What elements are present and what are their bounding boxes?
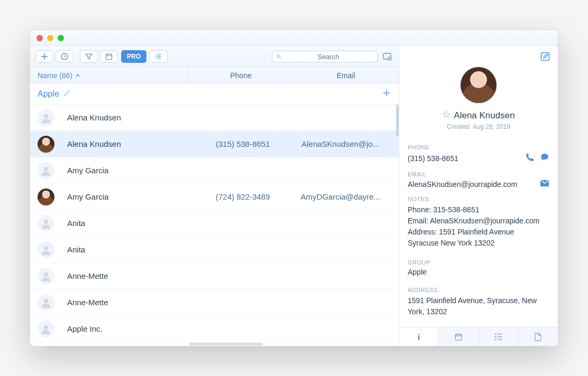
favorite-button[interactable] xyxy=(442,110,451,121)
star-icon xyxy=(442,110,451,119)
contact-name: Anita xyxy=(67,245,196,254)
titlebar xyxy=(30,30,558,46)
detail-avatar xyxy=(460,66,498,104)
svg-rect-1 xyxy=(106,54,112,60)
detail-pane: Alena Knudsen Created Aug 28, 2019 PHONE… xyxy=(399,46,558,346)
contact-email: AmyDGarcia@dayre... xyxy=(290,192,392,201)
detail-email: AlenaSKnudsen@jourrapide.com xyxy=(408,180,540,189)
filter-button[interactable] xyxy=(80,50,98,63)
detail-toolbar xyxy=(399,46,558,66)
contact-phone: (724) 822-3489 xyxy=(196,192,290,201)
svg-point-7 xyxy=(44,167,48,171)
group-title: Apple xyxy=(38,89,59,99)
tab-documents[interactable] xyxy=(519,327,558,346)
svg-point-10 xyxy=(44,272,48,277)
avatar-placeholder xyxy=(38,321,54,337)
detail-address: 1591 Plainfield Avenue, Syracuse, New Yo… xyxy=(408,295,549,317)
svg-point-12 xyxy=(44,325,48,330)
svg-point-6 xyxy=(44,114,48,118)
contact-row[interactable]: Anita xyxy=(30,210,399,237)
detail-name: Alena Knudsen xyxy=(454,110,514,121)
contact-name: Anne-Mette xyxy=(67,271,196,280)
detail-created: Created Aug 28, 2019 xyxy=(447,123,510,130)
message-button[interactable] xyxy=(540,153,549,164)
email-column-header[interactable]: Email xyxy=(294,68,399,83)
tab-info[interactable] xyxy=(399,327,439,346)
chat-icon xyxy=(540,153,549,162)
contact-row[interactable]: Amy Garcia xyxy=(30,157,399,184)
settings-button[interactable] xyxy=(150,50,168,63)
history-button[interactable] xyxy=(56,50,74,63)
detail-notes: Phone: 315-538-8651 Email: AlenaSKnudsen… xyxy=(408,204,549,249)
add-button[interactable] xyxy=(35,50,53,63)
contact-row[interactable]: Apple Inc. xyxy=(30,316,399,342)
pro-button[interactable]: PRO xyxy=(121,50,146,63)
group-section-label: GROUP xyxy=(408,259,549,266)
svg-point-11 xyxy=(44,299,48,303)
detail-tabs xyxy=(399,327,558,346)
name-column-header[interactable]: Name (86) xyxy=(30,68,189,83)
svg-point-9 xyxy=(44,246,48,250)
hscroll-thumb[interactable] xyxy=(189,343,263,345)
avatar-placeholder xyxy=(38,162,54,179)
toolbar: PRO xyxy=(30,46,399,68)
minimize-button[interactable] xyxy=(47,35,53,41)
contact-phone: (315) 538-8651 xyxy=(196,139,290,148)
sort-asc-icon xyxy=(75,73,80,78)
edit-contact-button[interactable] xyxy=(538,49,553,64)
tab-tasks[interactable] xyxy=(479,327,519,346)
list-settings-button[interactable] xyxy=(381,50,393,63)
send-email-button[interactable] xyxy=(540,180,549,189)
compose-icon xyxy=(540,51,550,62)
detail-body: PHONE (315) 538-8651 EMAIL AlenaSKnudsen xyxy=(399,137,558,327)
name-column-label: Name (86) xyxy=(38,71,72,80)
contact-row[interactable]: Amy Garcia(724) 822-3489AmyDGarcia@dayre… xyxy=(30,184,399,210)
horizontal-scrollbar[interactable] xyxy=(30,343,399,346)
search-input[interactable] xyxy=(284,53,373,61)
phone-icon xyxy=(525,153,535,162)
svg-rect-17 xyxy=(455,334,462,340)
detail-header: Alena Knudsen Created Aug 28, 2019 xyxy=(399,66,558,137)
address-section-label: ADDRESS xyxy=(408,287,549,293)
maximize-button[interactable] xyxy=(58,35,64,41)
calendar-icon xyxy=(454,333,463,341)
contact-name: Alena Knudsen xyxy=(67,139,196,148)
avatar-placeholder xyxy=(38,215,54,232)
phone-column-header[interactable]: Phone xyxy=(189,68,294,83)
search-box[interactable] xyxy=(272,51,378,62)
svg-point-2 xyxy=(158,55,160,58)
avatar-placeholder xyxy=(38,294,54,311)
funnel-icon xyxy=(85,53,93,60)
contact-name: Amy Garcia xyxy=(67,166,196,175)
contact-list[interactable]: Alena KnudsenAlena Knudsen(315) 538-8651… xyxy=(30,105,399,343)
info-icon xyxy=(415,333,423,341)
contact-name: Apple Inc. xyxy=(67,324,196,333)
main-area: PRO Name (86) Phone xyxy=(30,46,558,346)
column-header: Name (86) Phone Email xyxy=(30,68,399,83)
scrollbar-thumb[interactable] xyxy=(396,105,399,136)
document-icon xyxy=(535,333,542,341)
contact-row[interactable]: Anne-Mette xyxy=(30,263,399,289)
contact-name: Anne-Mette xyxy=(67,298,196,307)
tab-calendar[interactable] xyxy=(439,327,479,346)
notes-section-label: NOTES xyxy=(408,196,549,202)
close-button[interactable] xyxy=(36,35,43,41)
group-add-button[interactable] xyxy=(382,87,391,101)
contact-name: Anita xyxy=(67,219,196,228)
avatar-placeholder xyxy=(38,109,54,126)
group-edit-button[interactable] xyxy=(63,89,71,99)
calendar-button[interactable] xyxy=(100,50,118,63)
svg-rect-16 xyxy=(418,336,420,340)
contact-row[interactable]: Anita xyxy=(30,237,399,263)
contact-name: Alena Knudsen xyxy=(67,113,196,122)
plus-icon xyxy=(41,53,48,60)
contact-row[interactable]: Alena Knudsen xyxy=(30,105,399,131)
left-pane: PRO Name (86) Phone xyxy=(30,46,399,346)
contact-row[interactable]: Anne-Mette xyxy=(30,289,399,316)
gear-icon xyxy=(155,53,162,60)
call-button[interactable] xyxy=(525,153,535,164)
app-window: PRO Name (86) Phone xyxy=(30,30,558,346)
email-section-label: EMAIL xyxy=(408,171,549,177)
clock-icon xyxy=(61,53,68,60)
contact-row[interactable]: Alena Knudsen(315) 538-8651AlenaSKnudsen… xyxy=(30,131,399,157)
